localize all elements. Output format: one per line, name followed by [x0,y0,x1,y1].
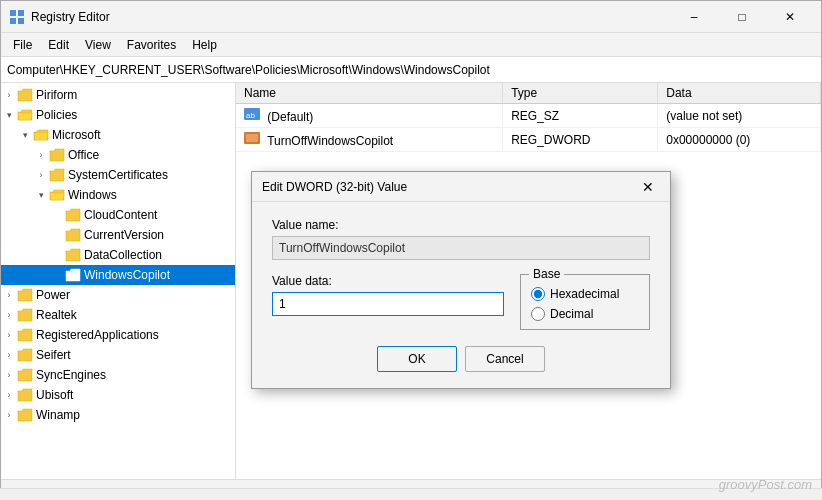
menu-edit[interactable]: Edit [40,36,77,54]
tree-label-microsoft: Microsoft [52,128,101,142]
row-type-default: REG_SZ [503,104,658,128]
folder-icon-currentversion [65,227,81,243]
dialog-body: Value name: TurnOffWindowsCopilot Value … [252,202,670,388]
base-legend: Base [529,267,564,281]
base-fieldset: Base Hexadecimal Decimal [520,274,650,330]
dialog-title: Edit DWORD (32-bit) Value [262,180,407,194]
decimal-option: Decimal [531,307,639,321]
expand-windows[interactable] [33,187,49,203]
table-row[interactable]: TurnOffWindowsCopilot REG_DWORD 0x000000… [236,128,821,152]
tree-item-realtek[interactable]: Realtek [1,305,235,325]
tree-item-policies[interactable]: Policies [1,105,235,125]
expand-ubisoft[interactable] [1,387,17,403]
expand-office[interactable] [33,147,49,163]
tree-item-registeredapplications[interactable]: RegisteredApplications [1,325,235,345]
tree-item-microsoft[interactable]: Microsoft [1,125,235,145]
expand-realtek[interactable] [1,307,17,323]
tree-label-datacollection: DataCollection [84,248,162,262]
cancel-button[interactable]: Cancel [465,346,545,372]
folder-icon-datacollection [65,247,81,263]
tree-item-datacollection[interactable]: DataCollection [1,245,235,265]
menu-view[interactable]: View [77,36,119,54]
tree-item-windowscopilot[interactable]: WindowsCopilot [1,265,235,285]
folder-icon-office [49,147,65,163]
svg-rect-1 [18,10,24,16]
title-bar-controls: – □ ✕ [671,1,813,33]
tree-panel[interactable]: Piriform Policies Microsoft [1,83,236,479]
col-type: Type [503,83,658,104]
menu-file[interactable]: File [5,36,40,54]
menu-help[interactable]: Help [184,36,225,54]
tree-label-realtek: Realtek [36,308,77,322]
expand-piriform[interactable] [1,87,17,103]
tree-item-syncengines[interactable]: SyncEngines [1,365,235,385]
svg-rect-2 [10,18,16,24]
tree-item-windows[interactable]: Windows [1,185,235,205]
tree-label-cloudcontent: CloudContent [84,208,157,222]
address-bar: Computer\HKEY_CURRENT_USER\Software\Poli… [1,57,821,83]
tree-item-office[interactable]: Office [1,145,235,165]
tree-label-piriform: Piriform [36,88,77,102]
expand-systemcertificates[interactable] [33,167,49,183]
maximize-button[interactable]: □ [719,1,765,33]
col-name: Name [236,83,503,104]
decimal-radio[interactable] [531,307,545,321]
tree-label-winamp: Winamp [36,408,80,422]
menu-favorites[interactable]: Favorites [119,36,184,54]
table-row[interactable]: ab (Default) REG_SZ (value not set) [236,104,821,128]
tree-label-policies: Policies [36,108,77,122]
tree-label-power: Power [36,288,70,302]
tree-item-cloudcontent[interactable]: CloudContent [1,205,235,225]
value-name-display: TurnOffWindowsCopilot [272,236,650,260]
tree-item-winamp[interactable]: Winamp [1,405,235,425]
folder-icon-windowscopilot [65,267,81,283]
ok-button[interactable]: OK [377,346,457,372]
tree-label-windowscopilot: WindowsCopilot [84,268,170,282]
svg-text:ab: ab [246,111,255,120]
expand-policies[interactable] [1,107,17,123]
folder-icon-systemcertificates [49,167,65,183]
expand-winamp[interactable] [1,407,17,423]
hexadecimal-label: Hexadecimal [550,287,619,301]
tree-item-seifert[interactable]: Seifert [1,345,235,365]
title-bar: Registry Editor – □ ✕ [1,1,821,33]
tree-item-currentversion[interactable]: CurrentVersion [1,225,235,245]
row-type-copilot: REG_DWORD [503,128,658,152]
tree-label-syncengines: SyncEngines [36,368,106,382]
base-section: Base Hexadecimal Decimal [520,274,650,330]
minimize-button[interactable]: – [671,1,717,33]
edit-dword-dialog: Edit DWORD (32-bit) Value ✕ Value name: … [251,171,671,389]
decimal-label: Decimal [550,307,593,321]
tree-item-power[interactable]: Power [1,285,235,305]
registry-table: Name Type Data ab [236,83,821,152]
title-bar-left: Registry Editor [9,9,110,25]
expand-seifert[interactable] [1,347,17,363]
expand-registeredapplications[interactable] [1,327,17,343]
hexadecimal-option: Hexadecimal [531,287,639,301]
row-data-default: (value not set) [658,104,821,128]
dialog-row: Value data: Base Hexadecimal Decimal [272,274,650,330]
value-data-input[interactable] [272,292,504,316]
menu-bar: File Edit View Favorites Help [1,33,821,57]
tree-item-ubisoft[interactable]: Ubisoft [1,385,235,405]
expand-power[interactable] [1,287,17,303]
dialog-title-bar: Edit DWORD (32-bit) Value ✕ [252,172,670,202]
expand-microsoft[interactable] [17,127,33,143]
dword-icon [244,131,260,145]
expand-syncengines[interactable] [1,367,17,383]
app-icon [9,9,25,25]
folder-icon-windows [49,187,65,203]
dialog-close-button[interactable]: ✕ [636,175,660,199]
status-bar [1,479,821,499]
close-button[interactable]: ✕ [767,1,813,33]
tree-label-ubisoft: Ubisoft [36,388,73,402]
folder-icon-microsoft [33,127,49,143]
value-data-section: Value data: [272,274,504,316]
tree-item-piriform[interactable]: Piriform [1,85,235,105]
tree-label-systemcertificates: SystemCertificates [68,168,168,182]
hexadecimal-radio[interactable] [531,287,545,301]
tree-item-systemcertificates[interactable]: SystemCertificates [1,165,235,185]
folder-icon-registeredapplications [17,327,33,343]
tree-label-registeredapplications: RegisteredApplications [36,328,159,342]
value-data-label: Value data: [272,274,504,288]
